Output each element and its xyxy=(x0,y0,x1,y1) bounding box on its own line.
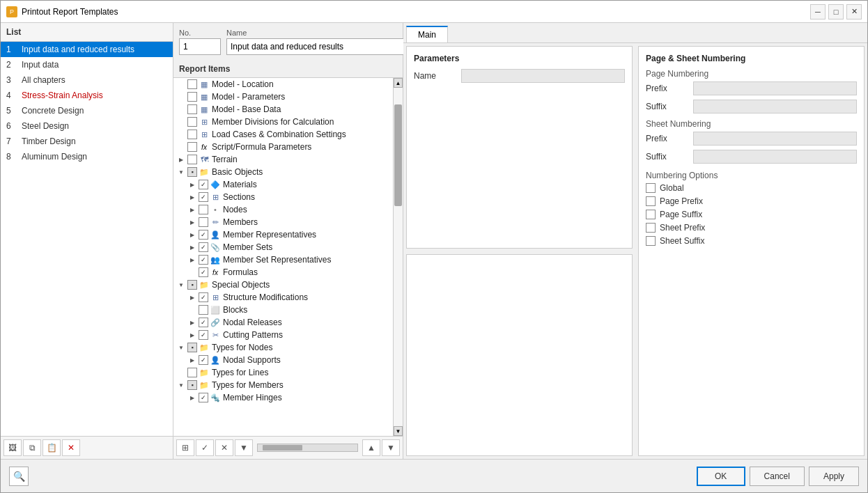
tree-row[interactable]: ▶ ✏ Members xyxy=(173,216,393,228)
tree-checkbox[interactable]: ▪ xyxy=(187,167,197,177)
minimize-button[interactable]: ─ xyxy=(810,4,826,19)
tree-row[interactable]: ▶ ✓ ✂ Cutting Patterns xyxy=(173,329,393,341)
tree-expand-icon[interactable]: ▶ xyxy=(187,205,197,214)
list-item[interactable]: 3 All chapters xyxy=(1,72,173,88)
tree-checkbox[interactable]: ✓ xyxy=(199,393,208,402)
tree-checkbox[interactable] xyxy=(187,142,197,152)
tree-expand-icon[interactable]: ▶ xyxy=(187,292,197,302)
expand-all-button[interactable]: ⊞ xyxy=(176,439,194,456)
no-input[interactable] xyxy=(179,38,221,55)
duplicate-button[interactable]: ⧉ xyxy=(23,439,41,456)
tree-row[interactable]: ⊞ Member Divisions for Calculation xyxy=(173,116,393,128)
tree-checkbox[interactable]: ✓ xyxy=(199,318,208,327)
tree-expand-icon[interactable]: ▼ xyxy=(176,280,186,290)
tree-expand-icon[interactable] xyxy=(176,104,186,114)
delete-button[interactable]: ✕ xyxy=(62,439,80,456)
tree-row[interactable]: ▼ ▪ 📁 Basic Objects xyxy=(173,166,393,178)
filter-button[interactable]: ▼ xyxy=(235,439,253,456)
sheet-suffix-input[interactable] xyxy=(693,150,857,164)
list-item[interactable]: 4 Stress-Strain Analysis xyxy=(1,88,173,103)
tree-checkbox[interactable]: ✓ xyxy=(199,330,208,340)
tree-expand-icon[interactable] xyxy=(176,368,186,377)
tree-checkbox[interactable]: ✓ xyxy=(199,230,208,240)
tree-expand-icon[interactable] xyxy=(187,267,197,277)
tree-expand-icon[interactable]: ▶ xyxy=(187,217,197,227)
tree-checkbox[interactable]: ✓ xyxy=(199,180,208,189)
tree-expand-icon[interactable]: ▼ xyxy=(176,380,186,390)
tree-expand-icon[interactable] xyxy=(176,117,186,127)
tree-checkbox[interactable]: ✓ xyxy=(199,355,208,365)
tree-checkbox[interactable] xyxy=(187,155,197,164)
tree-checkbox[interactable]: ✓ xyxy=(199,292,208,302)
move-up-button[interactable]: ▲ xyxy=(362,439,380,456)
tree-row[interactable]: ▦ Model - Location xyxy=(173,78,393,91)
tree-expand-icon[interactable] xyxy=(176,92,186,102)
tree-checkbox[interactable]: ▪ xyxy=(187,280,197,290)
tree-row[interactable]: 📁 Types for Lines xyxy=(173,366,393,379)
tree-checkbox[interactable]: ✓ xyxy=(199,242,208,252)
tree-expand-icon[interactable]: ▶ xyxy=(187,192,197,202)
tree-row[interactable]: ▼ ▪ 📁 Types for Members xyxy=(173,379,393,391)
tree-row[interactable]: ▶ 🗺 Terrain xyxy=(173,153,393,166)
sheet-prefix-input[interactable] xyxy=(693,132,857,146)
apply-button[interactable]: Apply xyxy=(809,467,859,486)
tree-expand-icon[interactable]: ▶ xyxy=(187,230,197,240)
list-item[interactable]: 1 Input data and reduced results xyxy=(1,42,173,57)
tree-expand-icon[interactable]: ▶ xyxy=(187,330,197,340)
tree-scrollbar[interactable]: ▲ ▼ xyxy=(393,78,403,436)
tree-row[interactable]: ▦ Model - Base Data xyxy=(173,103,393,116)
tree-checkbox[interactable]: ✓ xyxy=(199,192,208,202)
page-prefix-checkbox[interactable] xyxy=(646,196,656,206)
cancel-button[interactable]: Cancel xyxy=(750,467,805,486)
list-item[interactable]: 5 Concrete Design xyxy=(1,103,173,118)
tree-row[interactable]: ▼ ▪ 📁 Types for Nodes xyxy=(173,341,393,354)
list-item[interactable]: 7 Timber Design xyxy=(1,134,173,149)
scroll-up-button[interactable]: ▲ xyxy=(394,78,403,88)
tree-row[interactable]: ▼ ▪ 📁 Special Objects xyxy=(173,279,393,291)
tree-checkbox[interactable] xyxy=(187,92,197,102)
tree-row[interactable]: ▶ ✓ ⊞ Structure Modifications xyxy=(173,291,393,304)
list-item[interactable]: 2 Input data xyxy=(1,57,173,72)
tree-row[interactable]: ▶ ✓ ⊞ Sections xyxy=(173,191,393,203)
maximize-button[interactable]: □ xyxy=(828,4,844,19)
tree-row[interactable]: ▶ ✓ 📎 Member Sets xyxy=(173,241,393,253)
tree-expand-icon[interactable]: ▶ xyxy=(187,393,197,402)
tree-checkbox[interactable]: ▪ xyxy=(187,343,197,352)
tree-expand-icon[interactable] xyxy=(176,79,186,89)
tree-row[interactable]: ▶ ✓ 🔩 Member Hinges xyxy=(173,391,393,404)
tree-checkbox[interactable] xyxy=(187,117,197,127)
tree-expand-icon[interactable] xyxy=(176,130,186,139)
tree-checkbox[interactable]: ▪ xyxy=(187,380,197,390)
tree-expand-icon[interactable]: ▶ xyxy=(176,155,186,164)
tree-row[interactable]: ▶ ✓ 👤 Nodal Supports xyxy=(173,354,393,366)
tree-checkbox[interactable] xyxy=(199,205,208,214)
tree-expand-icon[interactable]: ▶ xyxy=(187,355,197,365)
tree-expand-icon[interactable]: ▶ xyxy=(187,180,197,189)
page-suffix-checkbox[interactable] xyxy=(646,210,656,219)
h-scroll-thumb[interactable] xyxy=(263,445,302,451)
scroll-thumb[interactable] xyxy=(394,104,402,206)
move-down-button[interactable]: ▼ xyxy=(382,439,400,456)
close-button[interactable]: ✕ xyxy=(846,4,862,19)
tree-expand-icon[interactable]: ▶ xyxy=(187,318,197,327)
tree-row[interactable]: ▶ ✓ 👤 Member Representatives xyxy=(173,228,393,241)
tab-main[interactable]: Main xyxy=(406,26,448,42)
add-template-button[interactable]: 🖼 xyxy=(3,439,22,456)
list-item[interactable]: 8 Aluminum Design xyxy=(1,149,173,164)
tree-expand-icon[interactable] xyxy=(187,305,197,315)
tree-row[interactable]: ▶ ✓ 🔷 Materials xyxy=(173,178,393,191)
list-item[interactable]: 6 Steel Design xyxy=(1,118,173,134)
tree-expand-icon[interactable]: ▼ xyxy=(176,167,186,177)
tree-row[interactable]: fx Script/Formula Parameters xyxy=(173,141,393,153)
global-checkbox[interactable] xyxy=(646,183,656,193)
sheet-prefix-checkbox[interactable] xyxy=(646,223,656,233)
tree-checkbox[interactable] xyxy=(187,130,197,139)
tree-checkbox[interactable] xyxy=(199,217,208,227)
tree-checkbox[interactable]: ✓ xyxy=(199,267,208,277)
ok-button[interactable]: OK xyxy=(697,467,745,486)
h-scrollbar[interactable] xyxy=(257,444,358,452)
tree-row[interactable]: ⊞ Load Cases & Combination Settings xyxy=(173,128,393,141)
scroll-down-button[interactable]: ▼ xyxy=(394,426,403,436)
tree-checkbox[interactable] xyxy=(187,79,197,89)
tree-row[interactable]: ⬜ Blocks xyxy=(173,304,393,316)
